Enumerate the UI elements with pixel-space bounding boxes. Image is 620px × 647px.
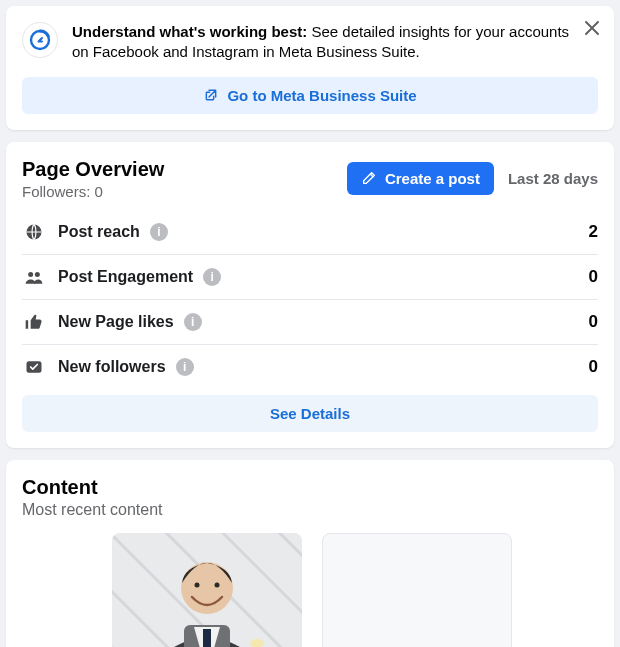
people-icon xyxy=(22,265,46,289)
content-thumbnail[interactable] xyxy=(112,533,302,648)
thumbnail-image xyxy=(112,533,302,648)
metric-row-post-engagement: Post Engagement i 0 xyxy=(22,255,598,300)
banner-text: Understand what's working best: See deta… xyxy=(72,22,598,63)
metric-value: 0 xyxy=(589,312,598,332)
info-icon[interactable]: i xyxy=(203,268,221,286)
thumbs-up-icon xyxy=(22,310,46,334)
create-post-label: Create a post xyxy=(385,170,480,187)
see-details-label: See Details xyxy=(270,405,350,422)
content-thumbnail-placeholder[interactable] xyxy=(322,533,512,648)
go-button-label: Go to Meta Business Suite xyxy=(227,87,416,104)
info-icon[interactable]: i xyxy=(176,358,194,376)
page-overview-title: Page Overview xyxy=(22,158,164,181)
svg-point-3 xyxy=(35,272,40,277)
metric-label: Post reach xyxy=(58,223,140,241)
content-thumbnails-row xyxy=(22,533,598,648)
page-overview-card: Page Overview Followers: 0 Create a post… xyxy=(6,142,614,448)
svg-point-13 xyxy=(215,582,220,587)
close-banner-button[interactable] xyxy=(580,16,604,40)
metric-label: Post Engagement xyxy=(58,268,193,286)
metric-label: New Page likes xyxy=(58,313,174,331)
edit-icon xyxy=(361,170,377,186)
content-card: Content Most recent content xyxy=(6,460,614,648)
banner-headline: Understand what's working best: xyxy=(72,23,311,40)
metric-label: New followers xyxy=(58,358,166,376)
svg-point-2 xyxy=(28,272,33,277)
insights-icon xyxy=(22,22,58,58)
info-icon[interactable]: i xyxy=(184,313,202,331)
metric-row-page-likes: New Page likes i 0 xyxy=(22,300,598,345)
close-icon xyxy=(580,16,604,40)
svg-point-15 xyxy=(250,639,264,647)
globe-icon xyxy=(22,220,46,244)
external-link-icon xyxy=(203,87,219,103)
metric-row-post-reach: Post reach i 2 xyxy=(22,210,598,255)
go-to-meta-business-suite-button[interactable]: Go to Meta Business Suite xyxy=(22,77,598,114)
see-details-button[interactable]: See Details xyxy=(22,395,598,432)
content-title: Content xyxy=(22,476,598,499)
follower-badge-icon xyxy=(22,355,46,379)
metric-value: 0 xyxy=(589,357,598,377)
svg-rect-10 xyxy=(203,629,211,648)
svg-point-12 xyxy=(195,582,200,587)
metric-row-new-followers: New followers i 0 xyxy=(22,345,598,389)
content-subtitle: Most recent content xyxy=(22,501,598,519)
metric-value: 2 xyxy=(589,222,598,242)
followers-count: Followers: 0 xyxy=(22,183,164,200)
metric-value: 0 xyxy=(589,267,598,287)
meta-insights-banner: Understand what's working best: See deta… xyxy=(6,6,614,130)
info-icon[interactable]: i xyxy=(150,223,168,241)
period-label: Last 28 days xyxy=(508,170,598,187)
create-post-button[interactable]: Create a post xyxy=(347,162,494,195)
